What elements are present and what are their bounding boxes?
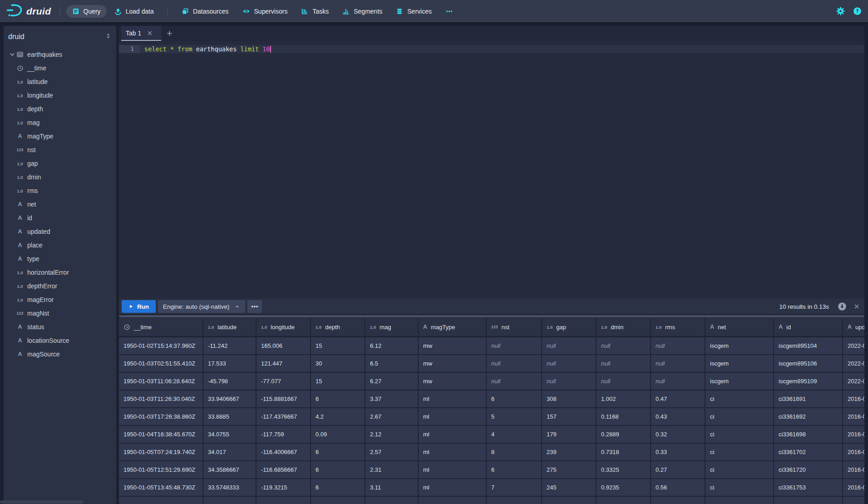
sidebar-field-locationSource[interactable]: AlocationSource <box>4 334 116 347</box>
table-cell[interactable]: -116.4006667 <box>256 444 311 460</box>
table-cell[interactable]: -117.4376667 <box>256 408 311 425</box>
table-cell[interactable] <box>119 497 203 504</box>
table-cell[interactable]: ml <box>419 461 487 478</box>
table-cell[interactable]: 179 <box>542 426 597 443</box>
table-cell[interactable]: 157 <box>542 408 597 425</box>
table-cell[interactable]: 34.3586667 <box>203 461 256 478</box>
table-cell[interactable] <box>311 497 365 504</box>
column-header-net[interactable]: Anet <box>705 318 774 336</box>
table-cell[interactable]: ci <box>705 408 774 425</box>
table-cell[interactable]: 1950-01-03T11:06:28.640Z <box>119 373 203 390</box>
table-cell[interactable] <box>203 497 256 504</box>
sidebar-field-id[interactable]: Aid <box>4 211 116 225</box>
column-header-dmin[interactable]: 1.0dmin <box>597 318 651 336</box>
table-cell[interactable]: 2022-0 <box>843 355 864 372</box>
table-cell[interactable]: null <box>542 337 597 354</box>
table-cell[interactable]: -77.077 <box>256 373 311 390</box>
table-cell[interactable]: 30 <box>311 355 365 372</box>
run-button[interactable]: Run <box>122 300 156 313</box>
table-cell[interactable]: 8 <box>487 444 542 460</box>
table-cell[interactable]: iscgem895104 <box>774 337 843 354</box>
table-cell[interactable] <box>419 497 487 504</box>
table-cell[interactable]: null <box>542 355 597 372</box>
sidebar-field-status[interactable]: Astatus <box>4 320 116 334</box>
table-cell[interactable]: 0.33 <box>651 444 705 460</box>
table-cell[interactable]: null <box>487 337 542 354</box>
sort-columns-icon[interactable] <box>105 32 112 41</box>
sidebar-field-gap[interactable]: 1.0gap <box>4 157 116 170</box>
table-cell[interactable]: ml <box>419 408 487 425</box>
sidebar-field-magSource[interactable]: AmagSource <box>4 347 116 361</box>
table-cell[interactable]: 2016-0 <box>843 461 864 478</box>
nav-item-tasks[interactable]: Tasks <box>295 5 335 18</box>
table-cell[interactable]: 0.2889 <box>597 426 651 443</box>
table-cell[interactable]: 17.533 <box>203 355 256 372</box>
nav-item-query[interactable]: Query <box>66 5 107 18</box>
table-cell[interactable]: -119.3215 <box>256 479 311 496</box>
table-cell[interactable]: 1950-01-04T16:38:45.670Z <box>119 426 203 443</box>
table-cell[interactable]: 4 <box>487 426 542 443</box>
sidebar-field-rms[interactable]: 1.0rms <box>4 184 116 198</box>
table-cell[interactable]: ci3361720 <box>774 461 843 478</box>
table-cell[interactable]: iscgem <box>705 373 774 390</box>
table-cell[interactable]: -117.759 <box>256 426 311 443</box>
column-header-magType[interactable]: AmagType <box>419 318 487 336</box>
table-cell[interactable]: 2016-0 <box>843 444 864 460</box>
table-cell[interactable]: -45.798 <box>203 373 256 390</box>
sidebar-field-place[interactable]: Aplace <box>4 238 116 252</box>
table-cell[interactable]: 6 <box>487 461 542 478</box>
table-cell[interactable]: 2.57 <box>365 444 419 460</box>
table-cell[interactable]: 1950-01-05T13:45:48.730Z <box>119 479 203 496</box>
column-header-latitude[interactable]: 1.0latitude <box>203 318 256 336</box>
table-cell[interactable]: ci3361692 <box>774 408 843 425</box>
engine-select[interactable]: Engine: auto (sql-native) <box>158 300 245 313</box>
table-cell[interactable]: 33.8885 <box>203 408 256 425</box>
nav-item-segments[interactable]: Segments <box>336 5 388 18</box>
table-cell[interactable]: null <box>597 373 651 390</box>
table-cell[interactable]: 245 <box>542 479 597 496</box>
table-cell[interactable]: mw <box>419 373 487 390</box>
table-cell[interactable] <box>705 497 774 504</box>
column-header-longitude[interactable]: 1.0longitude <box>256 318 311 336</box>
help-icon[interactable]: ? <box>853 7 862 15</box>
table-cell[interactable]: 33.5748333 <box>203 479 256 496</box>
table-cell[interactable]: 34.0755 <box>203 426 256 443</box>
table-cell[interactable]: 165.006 <box>256 337 311 354</box>
table-cell[interactable]: ci3361691 <box>774 390 843 407</box>
table-cell[interactable]: ci3361753 <box>774 479 843 496</box>
table-cell[interactable]: 0.09 <box>311 426 365 443</box>
sidebar-field-magType[interactable]: AmagType <box>4 129 116 143</box>
table-cell[interactable]: 2022-0 <box>843 337 864 354</box>
table-cell[interactable]: 5 <box>487 408 542 425</box>
table-cell[interactable]: 0.27 <box>651 461 705 478</box>
table-cell[interactable]: null <box>651 373 705 390</box>
table-cell[interactable]: 1950-01-03T17:26:38.860Z <box>119 408 203 425</box>
table-cell[interactable]: 33.9406667 <box>203 390 256 407</box>
table-cell[interactable]: 34.017 <box>203 444 256 460</box>
table-cell[interactable]: iscgem895109 <box>774 373 843 390</box>
table-cell[interactable]: ci3361702 <box>774 444 843 460</box>
sql-editor[interactable]: 1 select * from earthquakes limit 10 <box>119 41 864 299</box>
table-cell[interactable]: mw <box>419 337 487 354</box>
nav-item-load-data[interactable]: Load data <box>108 5 160 18</box>
druid-logo[interactable]: druid <box>6 4 51 19</box>
table-cell[interactable]: iscgem <box>705 337 774 354</box>
table-cell[interactable]: 275 <box>542 461 597 478</box>
table-cell[interactable] <box>597 497 651 504</box>
table-cell[interactable]: 2.12 <box>365 426 419 443</box>
table-cell[interactable]: iscgem895106 <box>774 355 843 372</box>
nav-item-services[interactable]: Services <box>390 5 438 18</box>
nav-item-datasources[interactable]: Datasources <box>176 5 235 18</box>
table-cell[interactable]: 2016-0 <box>843 408 864 425</box>
table-cell[interactable]: 0.3325 <box>597 461 651 478</box>
table-cell[interactable]: 3.11 <box>365 479 419 496</box>
table-cell[interactable]: null <box>651 355 705 372</box>
table-cell[interactable]: 2016-0 <box>843 426 864 443</box>
table-cell[interactable] <box>774 497 843 504</box>
table-cell[interactable] <box>487 497 542 504</box>
table-cell[interactable]: ci <box>705 390 774 407</box>
sidebar-field-nst[interactable]: 123nst <box>4 143 116 157</box>
table-cell[interactable]: 0.47 <box>651 390 705 407</box>
tab-tab1[interactable]: Tab 1 <box>121 26 161 41</box>
table-cell[interactable]: 6 <box>311 479 365 496</box>
